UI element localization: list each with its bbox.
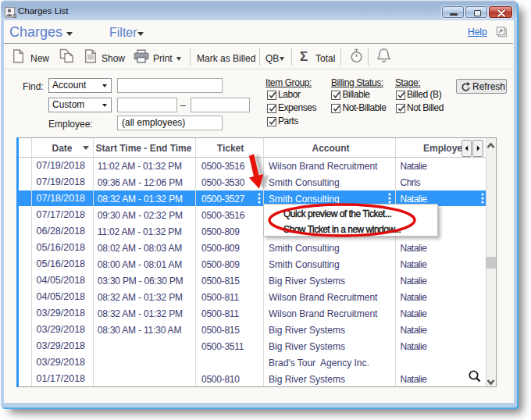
- svg-text:S: S: [12, 12, 16, 19]
